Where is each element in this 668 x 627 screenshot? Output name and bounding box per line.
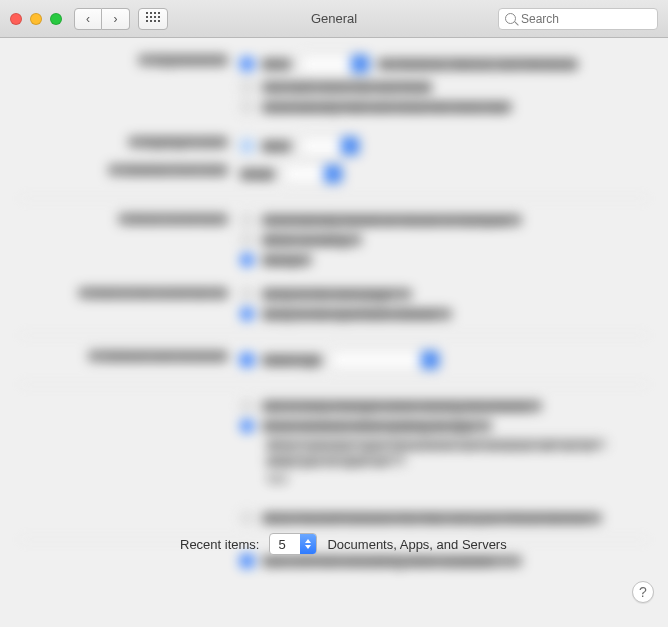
- titlebar: ‹ › General: [0, 0, 668, 38]
- window-traffic-lights: [10, 13, 62, 25]
- recent-items-row: Recent items: 5 Documents, Apps, and Ser…: [0, 533, 668, 555]
- stepper-arrows-icon[interactable]: [300, 534, 316, 554]
- recent-items-label: Recent items:: [180, 537, 269, 552]
- recent-items-stepper[interactable]: 5: [269, 533, 317, 555]
- forward-button[interactable]: ›: [102, 8, 130, 30]
- chevron-right-icon: ›: [114, 12, 118, 26]
- window-title: General: [311, 11, 357, 26]
- nav-buttons: ‹ ›: [74, 8, 130, 30]
- search-icon: [505, 13, 516, 24]
- search-container: [498, 8, 658, 30]
- search-input[interactable]: [521, 12, 651, 26]
- minimize-icon[interactable]: [30, 13, 42, 25]
- chevron-left-icon: ‹: [86, 12, 90, 26]
- zoom-icon[interactable]: [50, 13, 62, 25]
- grid-icon: [146, 12, 160, 26]
- back-button[interactable]: ‹: [74, 8, 102, 30]
- preferences-content: Appearance: BlueFor Buttons, Menus, and …: [0, 38, 668, 627]
- help-icon: ?: [639, 584, 647, 600]
- recent-items-value: 5: [270, 534, 300, 554]
- help-button[interactable]: ?: [632, 581, 654, 603]
- recent-items-suffix: Documents, Apps, and Servers: [327, 537, 506, 552]
- show-all-button[interactable]: [138, 8, 168, 30]
- close-icon[interactable]: [10, 13, 22, 25]
- search-field[interactable]: [498, 8, 658, 30]
